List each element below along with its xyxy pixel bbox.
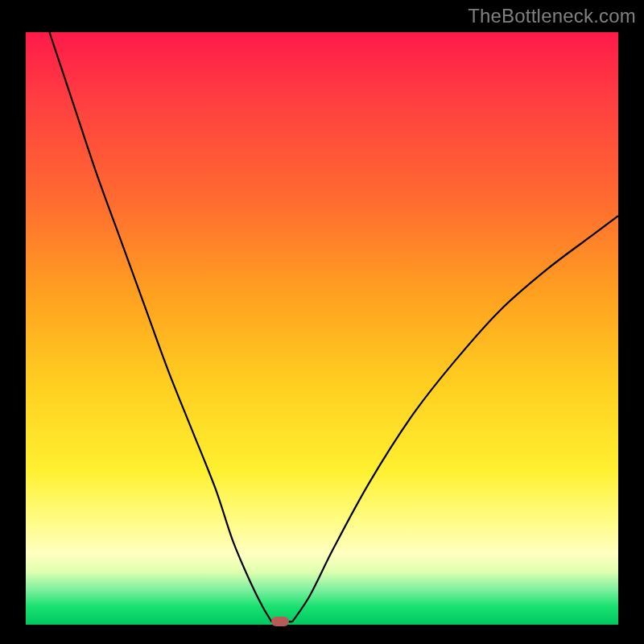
watermark-text: TheBottleneck.com (468, 5, 636, 27)
plot-area (26, 32, 618, 625)
optimum-marker (271, 617, 289, 626)
chart-frame: TheBottleneck.com (0, 0, 644, 644)
curve-svg (26, 32, 618, 625)
left-curve-path (49, 32, 271, 621)
right-curve-path (292, 216, 618, 621)
